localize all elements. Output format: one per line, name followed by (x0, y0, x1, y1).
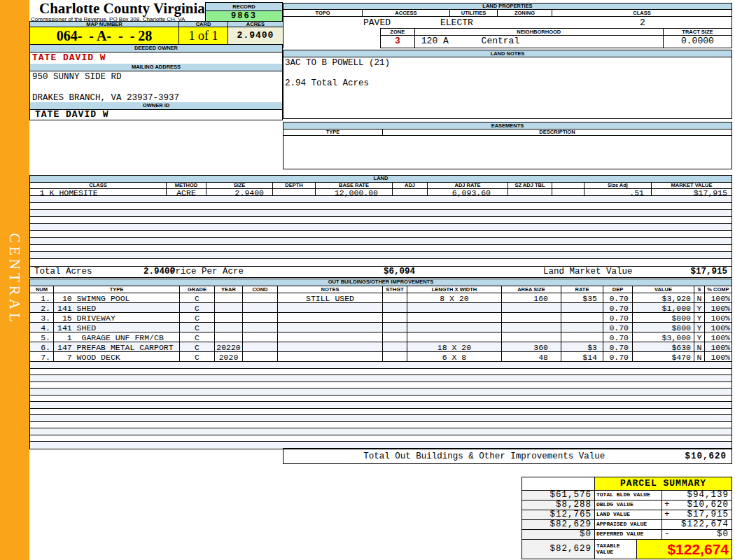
acres-value: 2.9400 (228, 27, 284, 45)
ps-current-value: $94,139 (662, 491, 732, 500)
outbuilding-row: 2. 141 SHED C 0.70 $1,000 Y 100% (30, 303, 732, 313)
ps-label: LAND VALUE (595, 510, 662, 520)
ps-current-value: $122,674 (637, 540, 732, 559)
ob-value: $630 (633, 342, 694, 352)
ob-col-areasize: AREA SIZE (502, 286, 561, 293)
ob-type: 147 PREFAB METAL CARPORT (54, 342, 180, 352)
ps-amount: $122,674 (667, 541, 729, 557)
ob-col-s: S (694, 286, 705, 293)
land-table-header: CLASS METHOD SIZE DEPTH BASE RATE ADJ AD… (30, 183, 732, 189)
parcel-summary-row: $61,576 TOTAL BLDG VALUE $94,139 (522, 491, 732, 500)
ob-dep: 0.70 (603, 303, 633, 313)
ps-amount: $94,139 (687, 490, 729, 500)
land-method-cell: ACRE (167, 189, 206, 196)
easements-header: TYPE DESCRIPTION (283, 130, 732, 136)
ob-lxw (407, 323, 502, 332)
ob-col-type: TYPE (54, 286, 180, 293)
ob-grade: C (180, 303, 215, 313)
title-row: Charlotte County Virginia Commissioner o… (29, 1, 283, 21)
ob-num: 3. (30, 313, 54, 323)
mailing-address-block: 950 SUNNY SIDE RD DRAKES BRANCH, VA 2393… (29, 71, 283, 102)
utilities-value: ELECTR (440, 18, 473, 28)
price-per-acre-value: $6,094 (384, 267, 415, 277)
ob-pct-comp: 100% (705, 342, 732, 352)
easement-description-label: DESCRIPTION (383, 130, 732, 136)
parcel-summary: PARCEL SUMMARY $61,576 TOTAL BLDG VALUE … (522, 477, 732, 559)
land-properties-panel: LAND PROPERTIES TOPO ACCESS UTILITIES ZO… (283, 3, 732, 169)
empty-row (30, 428, 732, 435)
ob-cond (243, 293, 278, 303)
outbuilding-row: 7. 7 WOOD DECK C 2020 6 X 8 48 $14 0.70 … (30, 352, 732, 362)
tract-size-label: TRACT SIZE (664, 29, 732, 36)
ob-area: 160 (502, 293, 561, 303)
empty-row (30, 203, 732, 210)
parcel-summary-title: PARCEL SUMMARY (595, 477, 732, 491)
ob-pct-comp: 100% (705, 313, 732, 323)
ob-sthgt (383, 332, 407, 342)
land-properties-title: LAND PROPERTIES (283, 3, 732, 10)
outbuildings-total-value: $10,620 (685, 451, 732, 461)
empty-row (30, 238, 732, 245)
empty-row (30, 362, 732, 369)
col-class: CLASS (552, 10, 732, 17)
ob-lxw: 8 X 20 (407, 293, 502, 303)
outbuildings-header: NUM TYPE GRADE YEAR COND NOTES STHGT LEN… (30, 286, 732, 293)
parcel-summary-row: $82,629 TAXABLE VALUE $122,674 (522, 540, 732, 559)
deeded-owner-label: DEEDED OWNER (29, 45, 283, 52)
parcel-summary-row: $12,765 LAND VALUE +$17,915 (522, 510, 732, 520)
land-table: LAND CLASS METHOD SIZE DEPTH BASE RATE A… (29, 175, 732, 278)
land-row: 1 K HOMESITE ACRE 2.9400 12,000.00 6,093… (30, 189, 732, 196)
ps-prev-value: $0 (522, 530, 595, 540)
ob-dep: 0.70 (603, 293, 633, 303)
outbuilding-row: 3. 15 DRIVEWAY C 0.70 $800 Y 100% (30, 313, 732, 323)
empty-row (30, 388, 732, 396)
land-extra-cell (552, 189, 584, 196)
land-rows: 1 K HOMESITE ACRE 2.9400 12,000.00 6,093… (30, 189, 732, 196)
ob-pct-comp: 100% (705, 303, 732, 313)
ob-rate (561, 313, 603, 323)
parcel-summary-row: $82,629 APPRAISED VALUE $122,674 (522, 520, 732, 530)
land-market-value-label: Land Market Value (543, 267, 633, 277)
ps-amount: $17,915 (687, 510, 729, 519)
ps-label: DEFERRED VALUE (595, 530, 662, 540)
record-label: RECORD (205, 2, 283, 11)
ps-prev-value: $8,288 (522, 500, 595, 510)
ob-rate (561, 332, 603, 342)
ob-cond (243, 313, 278, 323)
ob-num: 5. (30, 332, 54, 342)
ob-year: 20220 (215, 342, 243, 352)
ob-s-flag: Y (694, 303, 705, 313)
ps-operator: + (664, 500, 671, 510)
easement-type-label: TYPE (284, 130, 383, 136)
land-adj-rate-cell: 6,093.60 (428, 189, 508, 196)
neighborhood-sidebar: CENTRAL (0, 0, 29, 560)
address-line1: 950 SUNNY SIDE RD (32, 72, 282, 82)
parcel-summary-empty-cell (522, 477, 595, 491)
empty-row (30, 217, 732, 224)
col-zoning: ZONING (498, 10, 552, 17)
ob-year: 2020 (215, 352, 243, 362)
empty-row (30, 435, 732, 442)
ob-grade: C (180, 293, 215, 303)
mailing-address-label: MAILING ADDRESS (29, 64, 283, 71)
outbuildings-rows: 1. 10 SWIMNG POOL C STILL USED 8 X 20 16… (30, 293, 732, 362)
ob-notes (278, 313, 383, 323)
ob-grade: C (180, 342, 215, 352)
land-notes-gap (285, 68, 732, 78)
tract-size-value: 0.0000 (664, 36, 732, 48)
parcel-summary-rows: $61,576 TOTAL BLDG VALUE $94,139 $8,288 … (522, 491, 732, 559)
empty-row (30, 382, 732, 389)
zone-row: ZONE NEIGHBORHOOD TRACT SIZE 3 120 A Cen… (283, 28, 732, 48)
ob-year (215, 293, 243, 303)
ob-num: 7. (30, 352, 54, 362)
empty-row (30, 422, 732, 429)
land-properties-values: PAVED ELECTR 2 (283, 17, 732, 28)
ob-notes (278, 323, 383, 332)
ob-dep: 0.70 (603, 332, 633, 342)
ps-current-value: -$0 (662, 530, 732, 540)
neighborhood-value: 120 A Central (415, 36, 664, 48)
class-value: 2 (552, 18, 733, 28)
ob-cond (243, 323, 278, 332)
empty-row (30, 396, 732, 402)
land-col-sz-adj-tbl: SZ ADJ TBL (508, 183, 552, 189)
